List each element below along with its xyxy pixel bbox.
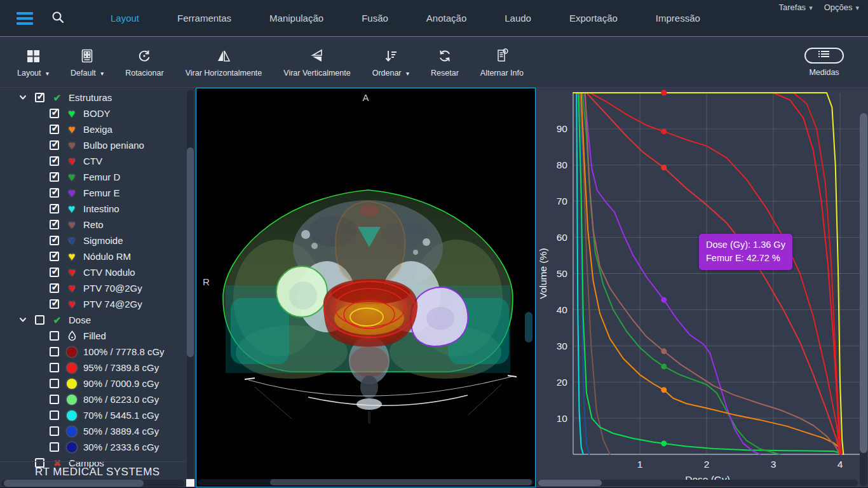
tree-row-bexiga[interactable]: ♥Bexiga — [0, 121, 186, 137]
nav-item-anotacao[interactable]: Anotação — [407, 13, 485, 24]
dvh-chart-panel[interactable]: 1020304050607080901234Dose (Gy)Volume (%… — [536, 88, 868, 487]
visibility-checkbox-100-7778-8-cgy[interactable] — [50, 347, 59, 356]
virar-verticalmente-button[interactable]: Virar Verticalmente — [273, 40, 361, 85]
tree-row-label: Filled — [83, 330, 106, 341]
viewport-horizontal-scrollbar-thumb[interactable] — [270, 479, 532, 485]
tree-row-reto[interactable]: ♥Reto — [0, 217, 186, 233]
nav-item-layout[interactable]: Layout — [92, 13, 158, 24]
viewport-horizontal-scrollbar[interactable] — [198, 479, 534, 485]
heart-icon: ♥ — [65, 139, 79, 151]
tree-row-body[interactable]: ♥BODY — [0, 105, 186, 121]
tree-row-nodulo-rm[interactable]: ♥Nódulo RM — [0, 248, 186, 264]
resetar-button[interactable]: Resetar — [420, 40, 470, 85]
heart-icon: ♥ — [65, 219, 79, 231]
dvh-hover-marker — [661, 297, 667, 302]
tree-row-80-6223-0-cgy[interactable]: 80% / 6223.0 cGy — [0, 391, 186, 407]
default-button[interactable]: Default ▾ — [60, 40, 114, 85]
nav-item-ferramentas[interactable]: Ferramentas — [158, 13, 250, 24]
tree-row-ptv-70-2gy[interactable]: ♥PTV 70@2Gy — [0, 280, 186, 296]
ordenar-button[interactable]: Ordenar ▾ — [362, 40, 420, 85]
search-icon[interactable] — [51, 10, 65, 27]
tree-row-intestino[interactable]: ♥Intestino — [0, 201, 186, 217]
ct-axial-viewport[interactable]: A R — [196, 88, 536, 487]
heart-icon: ♥ — [65, 107, 79, 119]
corner-menu-opcoes[interactable]: Opções▾ — [824, 3, 859, 12]
chart-vertical-scrollbar[interactable] — [860, 113, 867, 486]
dvh-chart[interactable]: 1020304050607080901234Dose (Gy)Volume (%… — [536, 88, 868, 487]
visibility-checkbox-nodulo-rm[interactable] — [50, 252, 59, 261]
nav-item-exportacao[interactable]: Exportação — [550, 13, 637, 24]
tree-row-label: Nódulo RM — [83, 251, 131, 262]
sidebar-vertical-scrollbar-thumb[interactable] — [187, 147, 194, 357]
viewport-vertical-scrollbar-thumb[interactable] — [525, 312, 532, 342]
visibility-checkbox-80-6223-0-cgy[interactable] — [50, 395, 59, 404]
tree-row-90-7000-9-cgy[interactable]: 90% / 7000.9 cGy — [0, 376, 186, 391]
visibility-checkbox-intestino[interactable] — [50, 204, 59, 214]
structures-sidebar: ✔Estruturas♥BODY♥Bexiga♥Bulbo peniano♥CT… — [0, 88, 196, 487]
circle-icon — [65, 426, 79, 437]
visibility-checkbox-femur-d[interactable] — [50, 172, 59, 182]
visibility-checkbox-femur-e[interactable] — [50, 188, 59, 198]
visibility-checkbox-90-7000-9-cgy[interactable] — [50, 379, 59, 388]
tree-row-ctv[interactable]: ♥CTV — [0, 153, 186, 169]
visibility-checkbox-70-5445-1-cgy[interactable] — [50, 410, 59, 420]
toolbar-button-label: Virar Horizontalmente — [186, 69, 262, 78]
visibility-checkbox-ctv[interactable] — [50, 156, 59, 166]
measures-button[interactable]: Medidas — [804, 48, 844, 77]
tree-row-50-3889-4-cgy[interactable]: 50% / 3889.4 cGy — [0, 423, 186, 439]
y-tick-label: 20 — [557, 377, 568, 388]
default-layout-icon — [79, 46, 95, 65]
sidebar-horizontal-scrollbar-thumb[interactable] — [4, 480, 144, 487]
visibility-checkbox-ptv-74-2gy[interactable] — [50, 299, 59, 309]
nav-item-impressao[interactable]: Impressão — [637, 13, 719, 24]
visibility-checkbox-estruturas[interactable] — [35, 93, 44, 102]
visibility-checkbox-bexiga[interactable] — [50, 125, 59, 134]
tree-row-estruturas[interactable]: ✔Estruturas — [0, 90, 186, 105]
nav-item-manipulacao[interactable]: Manipulação — [250, 13, 342, 24]
visibility-checkbox-sigmoide[interactable] — [50, 236, 59, 245]
visibility-checkbox-ctv-nodulo[interactable] — [50, 268, 59, 277]
hamburger-menu-icon[interactable] — [17, 12, 33, 25]
corner-menu-tarefas[interactable]: Tarefas▾ — [778, 3, 812, 12]
chevron-down-icon: ▾ — [46, 70, 49, 77]
tooltip-structure-line: Femur E: 42.72 % — [706, 252, 785, 265]
tree-row-100-7778-8-cgy[interactable]: 100% / 7778.8 cGy — [0, 344, 186, 360]
tree-row-30-2333-6-cgy[interactable]: 30% / 2333.6 cGy — [0, 439, 186, 455]
tree-row-bulbo-peniano[interactable]: ♥Bulbo peniano — [0, 137, 186, 153]
visibility-checkbox-95-7389-8-cgy[interactable] — [50, 363, 59, 372]
tree-row-femur-d[interactable]: ♥Femur D — [0, 169, 186, 185]
tree-row-femur-e[interactable]: ♥Femur E — [0, 185, 186, 201]
nav-item-laudo[interactable]: Laudo — [485, 13, 550, 24]
chart-vertical-scrollbar-thumb[interactable] — [860, 113, 867, 453]
virar-horizontalmente-button[interactable]: Virar Horizontalmente — [175, 40, 273, 85]
tree-row-label: Femur E — [83, 187, 120, 198]
tree-row-ctv-nodulo[interactable]: ♥CTV Nodulo — [0, 264, 186, 280]
nav-item-fusao[interactable]: Fusão — [342, 13, 407, 24]
visibility-checkbox-body[interactable] — [50, 109, 59, 118]
chart-horizontal-scrollbar-thumb[interactable] — [538, 480, 602, 486]
alternar-info-button[interactable]: Alternar Info — [470, 40, 534, 85]
chart-horizontal-scrollbar[interactable] — [537, 480, 858, 486]
visibility-checkbox-30-2333-6-cgy[interactable] — [50, 442, 59, 452]
tree-row-dose[interactable]: ✔Dose — [0, 312, 186, 328]
tree-row-sigmoide[interactable]: ♥Sigmoide — [0, 233, 186, 248]
tree-row-filled[interactable]: Filled — [0, 328, 186, 344]
visibility-checkbox-ptv-70-2gy[interactable] — [50, 283, 59, 293]
visibility-checkbox-bulbo-peniano[interactable] — [50, 140, 59, 150]
chevron-down-icon[interactable] — [18, 92, 29, 104]
rotacionar-button[interactable]: Rotacionar — [114, 40, 174, 85]
check-icon: ✔ — [50, 92, 64, 104]
visibility-checkbox-dose[interactable] — [35, 315, 44, 325]
layout-button[interactable]: Layout ▾ — [6, 40, 60, 85]
visibility-checkbox-filled[interactable] — [50, 331, 59, 341]
visibility-checkbox-reto[interactable] — [50, 220, 59, 229]
visibility-checkbox-50-3889-4-cgy[interactable] — [50, 426, 59, 436]
tree-row-70-5445-1-cgy[interactable]: 70% / 5445.1 cGy — [0, 407, 186, 423]
sidebar-horizontal-scrollbar[interactable] — [1, 480, 184, 487]
dvh-hover-marker — [661, 363, 667, 369]
toolbar-button-label: Resetar — [431, 69, 459, 78]
chevron-down-icon[interactable] — [18, 315, 29, 326]
sidebar-vertical-scrollbar[interactable] — [187, 90, 194, 478]
tree-row-ptv-74-2gy[interactable]: ♥PTV 74@2Gy — [0, 296, 186, 312]
tree-row-95-7389-8-cgy[interactable]: 95% / 7389.8 cGy — [0, 360, 186, 376]
